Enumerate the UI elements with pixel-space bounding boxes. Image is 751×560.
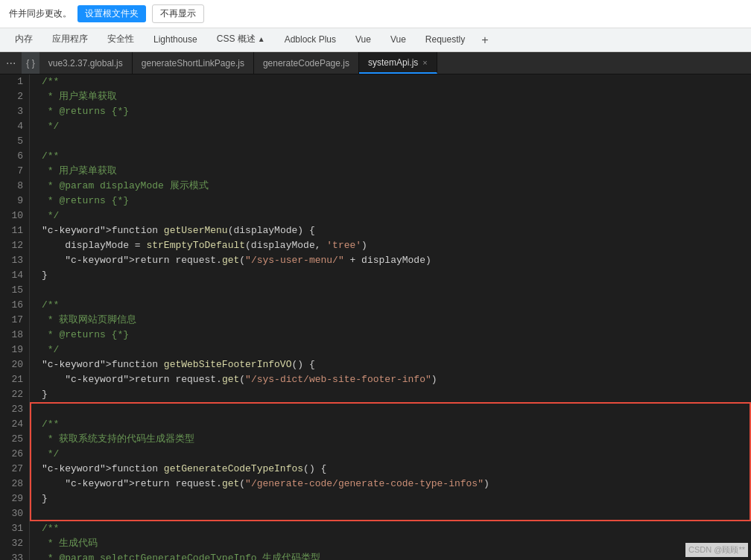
tab-lighthouse[interactable]: Lighthouse: [145, 28, 206, 51]
tab-adblock[interactable]: Adblock Plus: [276, 28, 345, 51]
code-line: */: [42, 209, 739, 223]
code-line: /**: [42, 298, 739, 313]
code-line: "c-keyword">function getUserMenu(display…: [42, 223, 739, 238]
code-line: */: [42, 447, 739, 462]
more-tabs-button[interactable]: ···: [0, 57, 22, 70]
code-line: * 用户菜单获取: [42, 164, 739, 179]
code-line: /**: [42, 74, 739, 89]
code-line: [42, 402, 739, 417]
notification-text: 件并同步更改。: [9, 7, 72, 20]
code-line: */: [42, 119, 739, 134]
tab-security[interactable]: 安全性: [98, 28, 143, 51]
file-tab-vue[interactable]: vue3.2.37.global.js: [39, 52, 133, 74]
code-line: "c-keyword">return request.get("/sys-dic…: [42, 372, 739, 387]
code-line: * 获取网站页脚信息: [42, 313, 739, 328]
code-line: /**: [42, 417, 739, 432]
add-tab-button[interactable]: +: [475, 31, 494, 50]
file-tab-vue-label: vue3.2.37.global.js: [48, 58, 123, 69]
code-line: "c-keyword">function getWebSiteFooterInf…: [42, 357, 739, 372]
code-line: * @returns {*}: [42, 194, 739, 209]
file-tab-generatecode-label: generateCodePage.js: [263, 58, 349, 69]
code-line: * @param seletctGenerateCodeTypeInfo 生成代…: [42, 551, 739, 560]
tab-requestly[interactable]: Requestly: [416, 28, 474, 51]
code-line: * @param displayMode 展示模式: [42, 179, 739, 194]
tab-memory[interactable]: 内存: [6, 28, 42, 51]
file-tabs-bar: ··· { } vue3.2.37.global.js generateShor…: [0, 52, 751, 74]
code-line: }: [42, 387, 739, 402]
code-line: "c-keyword">function getGenerateCodeType…: [42, 462, 739, 477]
watermark: CSDN @顾顾**: [685, 543, 748, 557]
code-line: displayMode = strEmptyToDefault(displayM…: [42, 238, 739, 253]
code-line: }: [42, 268, 739, 283]
code-line: * 生成代码: [42, 536, 739, 551]
line-numbers: 1234567891011121314151617181920212223242…: [0, 74, 30, 560]
css-overview-icon: ▲: [258, 35, 265, 43]
code-editor: 1234567891011121314151617181920212223242…: [0, 74, 751, 560]
close-tab-button[interactable]: ×: [422, 58, 427, 67]
file-tab-shortlink-label: generateShortLinkPage.js: [142, 58, 244, 69]
code-line: * 用户菜单获取: [42, 89, 739, 104]
tab-vue-1[interactable]: Vue: [346, 28, 380, 51]
code-line: /**: [42, 149, 739, 164]
code-line: "c-keyword">return request.get("/generat…: [42, 477, 739, 491]
code-line: [42, 134, 739, 149]
dismiss-button[interactable]: 不再显示: [152, 4, 204, 23]
code-line: [42, 506, 739, 521]
code-line: /**: [42, 521, 739, 536]
file-tab-shortlink[interactable]: generateShortLinkPage.js: [133, 52, 254, 74]
set-root-folder-button[interactable]: 设置根文件夹: [77, 5, 146, 22]
code-line: */: [42, 343, 739, 357]
file-tab-systemapi-label: systemApi.js: [368, 57, 418, 68]
code-line: }: [42, 491, 739, 506]
tab-application[interactable]: 应用程序: [43, 28, 97, 51]
tab-css-overview[interactable]: CSS 概述 ▲: [208, 28, 274, 51]
code-line: [42, 283, 739, 298]
code-line: * @returns {*}: [42, 328, 739, 343]
code-line: * 获取系统支持的代码生成器类型: [42, 432, 739, 447]
code-line: * @returns {*}: [42, 104, 739, 119]
file-tab-generatecode[interactable]: generateCodePage.js: [254, 52, 359, 74]
code-line: "c-keyword">return request.get("/sys-use…: [42, 253, 739, 268]
tab-vue-2[interactable]: Vue: [381, 28, 415, 51]
notification-bar: 件并同步更改。 设置根文件夹 不再显示: [0, 0, 751, 28]
file-icon: { }: [22, 52, 39, 74]
code-content[interactable]: /** * 用户菜单获取 * @returns {*} */ /** * 用户菜…: [30, 74, 751, 560]
devtools-tabs-bar: 内存 应用程序 安全性 Lighthouse CSS 概述 ▲ Adblock …: [0, 28, 751, 52]
file-tab-systemapi[interactable]: systemApi.js ×: [359, 52, 437, 74]
